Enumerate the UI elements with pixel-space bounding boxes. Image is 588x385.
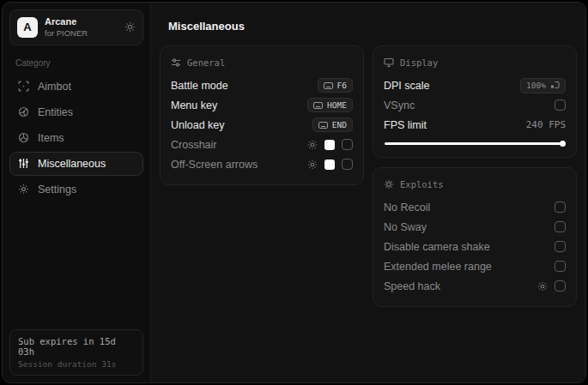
- disable-camera-shake-checkbox[interactable]: [555, 241, 566, 252]
- general-card-title: General: [187, 57, 225, 68]
- setting-row-no-sway: No Sway: [384, 217, 566, 237]
- sidebar-item-label: Entities: [38, 106, 73, 118]
- app-window: A Arcane for PIONER Category Aimbot: [2, 2, 586, 383]
- crosshair-checkbox[interactable]: [342, 139, 353, 150]
- exploits-card: Exploits No Recoil No Sway Disable camer…: [373, 167, 577, 307]
- setting-row-no-recoil: No Recoil: [384, 197, 566, 217]
- menu-key-keybind-button[interactable]: HOME: [307, 98, 353, 112]
- fps-limit-value: 240 FPS: [526, 119, 566, 130]
- setting-row-crosshair: Crosshair: [171, 135, 353, 154]
- app-subtitle: for PIONER: [45, 28, 118, 39]
- offscreen-arrows-settings-gear-icon[interactable]: [307, 159, 318, 170]
- brand-settings-icon[interactable]: [124, 21, 136, 33]
- crosshair-settings-gear-icon[interactable]: [307, 140, 318, 150]
- no-sway-checkbox[interactable]: [555, 221, 566, 232]
- app-title: Arcane: [45, 16, 118, 28]
- main-panel: Miscellaneous General: [151, 3, 585, 382]
- offscreen-arrows-checkbox[interactable]: [342, 159, 353, 170]
- fps-limit-slider[interactable]: [385, 142, 565, 145]
- sidebar-item-label: Miscellaneous: [38, 158, 106, 170]
- session-duration-text: Session duration 31s: [18, 359, 135, 369]
- gear-icon: [17, 183, 30, 195]
- no-recoil-checkbox[interactable]: [555, 202, 566, 213]
- crosshair-color-swatch[interactable]: [324, 140, 335, 150]
- display-card: Display DPI scale 100%: [373, 45, 577, 158]
- app-logo: A: [17, 17, 38, 38]
- vsync-checkbox[interactable]: [555, 99, 566, 111]
- radar-icon: [17, 106, 30, 117]
- general-card: General Battle mode F6: [160, 45, 364, 185]
- sidebar-item-label: Items: [38, 132, 64, 144]
- dpi-scale-button[interactable]: 100%: [520, 78, 566, 93]
- sidebar-item-miscellaneous[interactable]: Miscellaneous: [9, 152, 143, 176]
- setting-row-vsync: VSync: [384, 95, 566, 115]
- setting-row-battle-mode: Battle mode F6: [171, 75, 353, 95]
- exploits-card-title: Exploits: [400, 179, 444, 189]
- setting-row-speed-hack: Speed hack: [384, 276, 566, 296]
- battle-mode-keybind-button[interactable]: F6: [318, 78, 353, 93]
- crosshair-icon: [17, 81, 30, 92]
- bug-icon: [384, 179, 394, 189]
- page-title: Miscellaneous: [151, 3, 585, 33]
- general-sliders-icon: [171, 57, 181, 68]
- keyboard-icon: [313, 102, 323, 109]
- scale-icon: [550, 81, 560, 91]
- sidebar: A Arcane for PIONER Category Aimbot: [3, 3, 151, 382]
- subscription-info: Sub expires in 15d 03h Session duration …: [9, 329, 143, 376]
- unload-key-keybind-button[interactable]: END: [312, 117, 353, 132]
- sliders-icon: [17, 158, 30, 169]
- setting-row-extended-melee-range: Extended melee range: [384, 256, 566, 276]
- brand-card: A Arcane for PIONER: [9, 9, 143, 45]
- category-label: Category: [15, 58, 137, 68]
- speed-hack-settings-gear-icon[interactable]: [537, 281, 548, 292]
- sidebar-item-settings[interactable]: Settings: [9, 177, 143, 202]
- offscreen-arrows-color-swatch[interactable]: [324, 159, 335, 170]
- display-card-title: Display: [400, 57, 438, 68]
- package-icon: [17, 132, 30, 143]
- setting-row-unload-key: Unload key END: [171, 115, 353, 135]
- keyboard-icon: [324, 82, 333, 89]
- sub-expires-text: Sub expires in 15d 03h: [18, 336, 135, 357]
- setting-row-offscreen-arrows: Off-Screen arrows: [171, 154, 353, 174]
- sidebar-item-label: Settings: [38, 183, 76, 196]
- sidebar-item-entities[interactable]: Entities: [9, 100, 143, 124]
- keyboard-icon: [318, 122, 328, 129]
- monitor-icon: [384, 57, 394, 68]
- slider-thumb[interactable]: [560, 141, 566, 147]
- setting-row-menu-key: Menu key HOME: [171, 95, 353, 115]
- extended-melee-range-checkbox[interactable]: [555, 261, 566, 272]
- sidebar-item-aimbot[interactable]: Aimbot: [9, 75, 143, 99]
- sidebar-item-items[interactable]: Items: [9, 126, 143, 150]
- setting-row-disable-camera-shake: Disable camera shake: [384, 237, 566, 256]
- sidebar-item-label: Aimbot: [38, 81, 71, 93]
- speed-hack-checkbox[interactable]: [555, 280, 566, 292]
- setting-row-dpi-scale: DPI scale 100%: [384, 75, 566, 95]
- setting-row-fps-limit: FPS limit 240 FPS: [384, 115, 566, 135]
